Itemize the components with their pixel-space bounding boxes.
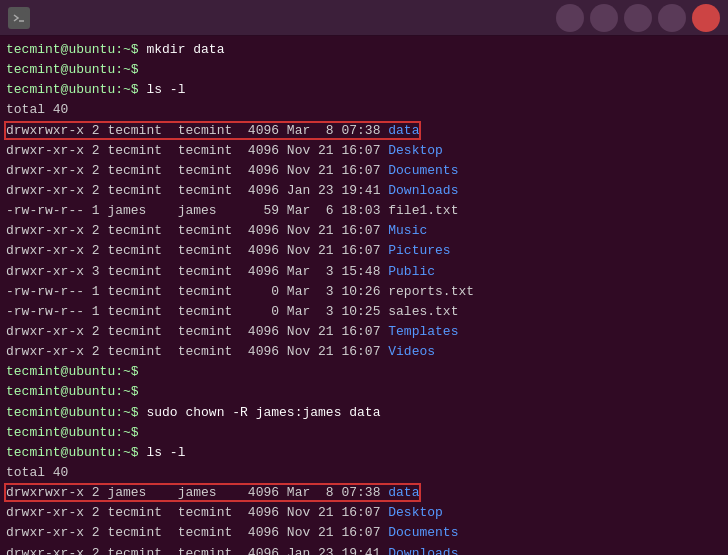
search-button[interactable] xyxy=(556,4,584,32)
minimize-button[interactable] xyxy=(624,4,652,32)
terminal-line: drwxr-xr-x 2 tecmint tecmint 4096 Nov 21… xyxy=(6,141,722,161)
terminal-line: drwxr-xr-x 2 tecmint tecmint 4096 Nov 21… xyxy=(6,221,722,241)
terminal-line: tecmint@ubuntu:~$ ls -l xyxy=(6,443,722,463)
terminal-line: tecmint@ubuntu:~$ mkdir data xyxy=(6,40,722,60)
terminal-line: drwxr-xr-x 3 tecmint tecmint 4096 Mar 3 … xyxy=(6,262,722,282)
terminal-line: drwxr-xr-x 2 tecmint tecmint 4096 Nov 21… xyxy=(6,503,722,523)
terminal-line: tecmint@ubuntu:~$ xyxy=(6,423,722,443)
terminal-line: tecmint@ubuntu:~$ sudo chown -R james:ja… xyxy=(6,403,722,423)
terminal-line: tecmint@ubuntu:~$ xyxy=(6,362,722,382)
terminal-icon xyxy=(8,7,30,29)
terminal-line: -rw-rw-r-- 1 tecmint tecmint 0 Mar 3 10:… xyxy=(6,302,722,322)
titlebar-controls xyxy=(556,4,720,32)
terminal-output: tecmint@ubuntu:~$ mkdir datatecmint@ubun… xyxy=(0,36,728,555)
terminal-line: drwxr-xr-x 2 tecmint tecmint 4096 Jan 23… xyxy=(6,544,722,555)
close-button[interactable] xyxy=(692,4,720,32)
terminal-line: tecmint@ubuntu:~$ xyxy=(6,382,722,402)
terminal-line: -rw-rw-r-- 1 tecmint tecmint 0 Mar 3 10:… xyxy=(6,282,722,302)
terminal-line: -rw-rw-r-- 1 james james 59 Mar 6 18:03 … xyxy=(6,201,722,221)
terminal-line: drwxr-xr-x 2 tecmint tecmint 4096 Nov 21… xyxy=(6,342,722,362)
titlebar xyxy=(0,0,728,36)
terminal-line: total 40 xyxy=(6,100,722,120)
terminal-line: drwxr-xr-x 2 tecmint tecmint 4096 Nov 21… xyxy=(6,523,722,543)
terminal-line: drwxrwxr-x 2 james james 4096 Mar 8 07:3… xyxy=(6,483,722,503)
menu-button[interactable] xyxy=(590,4,618,32)
terminal-line: drwxr-xr-x 2 tecmint tecmint 4096 Nov 21… xyxy=(6,241,722,261)
terminal-line: drwxr-xr-x 2 tecmint tecmint 4096 Nov 21… xyxy=(6,322,722,342)
terminal-line: drwxr-xr-x 2 tecmint tecmint 4096 Jan 23… xyxy=(6,181,722,201)
terminal-line: tecmint@ubuntu:~$ xyxy=(6,60,722,80)
titlebar-left xyxy=(8,7,36,29)
maximize-button[interactable] xyxy=(658,4,686,32)
terminal-line: drwxrwxr-x 2 tecmint tecmint 4096 Mar 8 … xyxy=(6,121,722,141)
terminal-line: drwxr-xr-x 2 tecmint tecmint 4096 Nov 21… xyxy=(6,161,722,181)
terminal-line: total 40 xyxy=(6,463,722,483)
terminal-line: tecmint@ubuntu:~$ ls -l xyxy=(6,80,722,100)
